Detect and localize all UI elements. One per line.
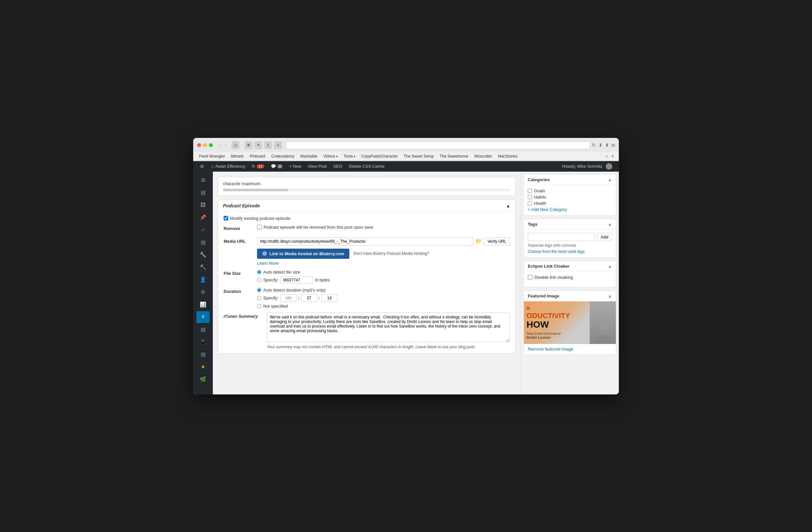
close-button[interactable] — [197, 143, 201, 147]
maximize-button[interactable] — [209, 143, 213, 147]
bookmark-copypaste[interactable]: CopyPasteCharacter — [359, 153, 400, 159]
admin-bar-updates[interactable]: ↻ 17 — [248, 161, 267, 172]
address-bar[interactable]: asianefficiency.com — [286, 141, 590, 149]
featured-img-person-block — [590, 301, 616, 344]
categories-collapse-icon[interactable]: ▲ — [608, 177, 612, 182]
ss-input[interactable] — [321, 294, 337, 302]
sidebar-icon-pages[interactable]: ▤ — [197, 236, 209, 248]
choose-tags-link[interactable]: Choose from the most used tags — [528, 249, 584, 254]
auto-detect-file-radio[interactable] — [257, 270, 261, 274]
sidebar-icon-media[interactable]: 🖼 — [197, 199, 209, 211]
bookmark-videos[interactable]: Videos — [321, 153, 340, 159]
tags-collapse-icon[interactable]: ▲ — [608, 222, 612, 227]
bookmark-sweet-setup[interactable]: The Sweet Setup — [401, 153, 436, 159]
sidebar-icon-settings[interactable]: ⚙ — [197, 286, 209, 298]
ext-info[interactable]: ℹ — [264, 141, 272, 149]
home-icon: ⌂ — [212, 164, 214, 169]
not-specified-radio[interactable] — [257, 304, 261, 308]
category-goals-checkbox[interactable] — [528, 189, 532, 193]
category-health-checkbox[interactable] — [528, 201, 532, 205]
char-max-area: character maximum. — [218, 177, 516, 196]
admin-bar-delete-css[interactable]: Delete CSS Cache — [345, 161, 388, 172]
tags-box: Tags ▲ Add Separate tags with commas Cho… — [524, 219, 616, 258]
tags-header: Tags ▲ — [524, 219, 616, 230]
bookmark-sweethome[interactable]: The Sweethome — [437, 153, 471, 159]
specify-duration-radio[interactable] — [257, 296, 261, 300]
bookmarks-add[interactable]: + — [610, 153, 615, 159]
eclipse-collapse-icon[interactable]: ▲ — [608, 264, 612, 269]
bookmark-tools[interactable]: Tools — [341, 153, 358, 159]
specify-file-label: Specify: — [263, 277, 278, 282]
sidebar-icon-posts[interactable]: ▤ — [197, 187, 209, 199]
auto-detect-duration-radio[interactable] — [257, 288, 261, 292]
back-button[interactable]: ‹ — [218, 142, 222, 148]
seo-label: SEO — [333, 164, 342, 169]
wp-content: character maximum. Podcast Episode ▲ — [213, 172, 521, 394]
bookmark-bitmark[interactable]: bitmark — [228, 153, 246, 159]
bookmark-feed-wrangler[interactable]: Feed Wrangler — [197, 153, 228, 159]
hh-input[interactable] — [280, 294, 296, 302]
howdy-label: Howdy, Mike Schmitz — [562, 164, 603, 169]
bookmark-macstories[interactable]: MacStories — [495, 153, 520, 159]
sidebar-icon-board[interactable]: ▤ — [197, 348, 209, 360]
mm-input[interactable] — [301, 294, 317, 302]
remove-checkbox[interactable] — [257, 225, 262, 229]
admin-bar-new[interactable]: + New — [286, 161, 305, 172]
reload-button[interactable]: ↻ — [592, 143, 596, 148]
ext-menu[interactable]: ≡ — [274, 141, 282, 149]
bookmarks-more[interactable]: » — [605, 153, 609, 159]
scrollbar-thumb[interactable] — [223, 189, 288, 191]
add-tag-button[interactable]: Add — [597, 233, 612, 241]
bookmark-mashable[interactable]: Mashable — [298, 153, 320, 159]
sidebar-icon-list[interactable]: ▤ — [197, 323, 209, 335]
admin-bar-view-post[interactable]: View Post — [304, 161, 330, 172]
sidebar-icon-wrench[interactable]: 🔧 — [197, 249, 209, 261]
verify-url-button[interactable]: Verify URL — [484, 238, 510, 245]
minimize-button[interactable] — [203, 143, 207, 147]
add-new-category-link[interactable]: + Add New Category — [528, 207, 567, 212]
featured-img-desc: Stop Email Overload w/ Dmitri Leonov — [526, 332, 570, 340]
sidebar-icon-users[interactable]: 👤 — [197, 274, 209, 286]
tags-input[interactable] — [528, 233, 595, 241]
sidebar-icon-tools[interactable]: 🔨 — [197, 261, 209, 273]
sidebar-icon-pin[interactable]: 📌 — [197, 212, 209, 224]
file-size-input[interactable] — [280, 276, 313, 284]
category-habits-checkbox[interactable] — [528, 195, 532, 199]
browser-chrome: ‹ › ⊡ ❋ ✦ ℹ ≡ asianefficiency.com ↻ ⬇ ⬆ … — [193, 138, 619, 161]
featured-image-collapse-icon[interactable]: ▲ — [608, 293, 612, 299]
ext-asterisk[interactable]: ❋ — [245, 141, 252, 149]
media-library-icon[interactable]: 📁 — [475, 238, 482, 244]
sidebar-icon-star[interactable]: ★ — [197, 361, 209, 373]
bookmark-codecademy[interactable]: Codecademy — [269, 153, 297, 159]
featured-image-text: ≡ ODUCTIVITY HOW Stop Email Overload w/ … — [526, 304, 570, 340]
learn-more-link[interactable]: Learn More — [257, 261, 510, 266]
sidebar-icon-dashboard[interactable]: ⊞ — [197, 174, 209, 186]
modify-checkbox[interactable] — [223, 216, 228, 220]
remove-featured-image-link[interactable]: Remove featured image — [524, 344, 616, 354]
tags-separator-note: Separate tags with commas — [528, 243, 612, 248]
sidebar-icon-mobile[interactable]: 📱 — [197, 336, 209, 348]
sidebar-icon-yoast[interactable]: Y — [197, 311, 209, 323]
sidebar-icon-chart[interactable]: 📊 — [197, 299, 209, 311]
blubrry-button[interactable]: Link to Media hosted on Blubrry.com — [257, 249, 349, 259]
forward-button[interactable]: › — [223, 142, 228, 148]
sidebar-icon-leaf[interactable]: 🌿 — [197, 373, 209, 385]
auto-detect-duration-row: Auto detect duration (mp3's only) — [257, 288, 510, 292]
disable-cloaking-checkbox[interactable] — [528, 275, 532, 279]
admin-bar-howdy[interactable]: Howdy, Mike Schmitz — [559, 161, 615, 172]
ext-pin[interactable]: ✦ — [255, 141, 262, 149]
bookmark-wirecutter[interactable]: Wirecutter — [472, 153, 495, 159]
specify-file-radio[interactable] — [257, 278, 261, 282]
itunes-textarea[interactable]: We've said it on this podcast before: em… — [267, 313, 510, 342]
bookmark-pinboard[interactable]: Pinboard — [247, 153, 268, 159]
url-input-row: 📁 Verify URL — [257, 238, 510, 245]
sidebar-icon-check[interactable]: ✓ — [197, 224, 209, 236]
tab-layout-button[interactable]: ⊡ — [231, 141, 240, 149]
collapse-icon[interactable]: ▲ — [506, 203, 510, 209]
media-url-input[interactable] — [257, 238, 474, 245]
view-post-label: View Post — [308, 164, 327, 169]
admin-bar-site-name[interactable]: ⌂ Asian Efficiency — [208, 161, 248, 172]
admin-bar-seo[interactable]: SEO — [330, 161, 345, 172]
admin-bar-comments[interactable]: 💬 0 — [267, 161, 286, 172]
featured-image-preview[interactable]: ≡ ODUCTIVITY HOW Stop Email Overload w/ … — [524, 301, 616, 344]
